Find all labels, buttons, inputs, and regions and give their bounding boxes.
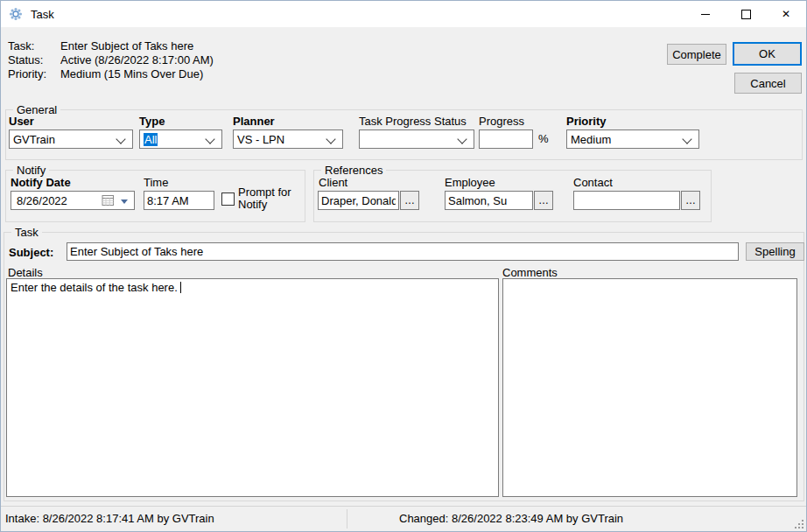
planner-value: VS - LPN <box>237 133 284 146</box>
task-progress-status-label: Task Progress Status <box>359 115 467 128</box>
contact-browse-button[interactable]: … <box>681 191 700 210</box>
client-input[interactable] <box>318 191 399 210</box>
priority-label: Priority <box>566 115 607 128</box>
chevron-down-icon <box>205 134 214 144</box>
meta-task-value: Enter Subject of Taks here <box>60 39 193 53</box>
general-group: General User GVTrain Type All Planner VS… <box>5 109 803 160</box>
progress-percent-suffix: % <box>538 132 549 145</box>
client-field: … <box>318 191 419 210</box>
maximize-button[interactable] <box>726 1 766 27</box>
task-progress-status-dropdown[interactable] <box>359 130 474 149</box>
titlebar[interactable]: Task ✕ <box>1 1 806 27</box>
progress-input[interactable] <box>479 130 533 149</box>
comments-label: Comments <box>502 266 558 279</box>
ok-button[interactable]: OK <box>733 42 802 66</box>
planner-label: Planner <box>233 115 275 128</box>
task-meta: Task: Enter Subject of Taks here Status:… <box>8 39 214 81</box>
status-bar: Intake: 8/26/2022 8:17:41 AM by GVTrain … <box>1 506 806 531</box>
notify-date-picker[interactable]: 8/26/2022 <box>11 191 135 210</box>
window-title: Task <box>31 8 54 21</box>
time-label: Time <box>144 176 168 189</box>
close-button[interactable]: ✕ <box>766 1 806 27</box>
task-dialog-window: Task ✕ Task: Enter Subject of Taks here … <box>0 0 807 532</box>
user-dropdown[interactable]: GVTrain <box>9 130 133 149</box>
task-app-icon <box>9 7 23 21</box>
status-changed: Changed: 8/26/2022 8:23:49 AM by GVTrain <box>399 512 623 525</box>
employee-field: … <box>445 191 553 210</box>
status-divider <box>347 509 347 528</box>
cancel-button[interactable]: Cancel <box>734 73 802 94</box>
priority-value: Medium <box>571 133 611 146</box>
references-legend: References <box>321 164 386 177</box>
details-label: Details <box>8 266 43 279</box>
notify-group: Notify Notify Date 8/26/2022 Time Prompt… <box>5 170 305 222</box>
subject-input[interactable] <box>67 242 739 261</box>
maximize-icon <box>741 10 751 19</box>
notify-legend: Notify <box>13 164 49 177</box>
minimize-icon <box>701 14 710 15</box>
chevron-down-icon <box>116 134 125 144</box>
references-group: References Client … Employee … Contact … <box>313 170 712 222</box>
task-legend: Task <box>11 226 42 239</box>
prompt-for-notify-checkbox[interactable] <box>221 192 235 206</box>
notify-date-label: Notify Date <box>11 176 71 189</box>
meta-priority-value: Medium (15 Mins Over Due) <box>60 67 203 81</box>
meta-row-status: Status: Active (8/26/2022 8:17:00 AM) <box>8 53 214 67</box>
meta-task-label: Task: <box>8 39 60 53</box>
meta-priority-label: Priority: <box>8 67 60 81</box>
employee-browse-button[interactable]: … <box>534 191 553 210</box>
comments-textarea[interactable] <box>502 278 797 497</box>
user-value: GVTrain <box>13 133 55 146</box>
type-label: Type <box>139 115 165 128</box>
calendar-icon[interactable] <box>102 194 115 206</box>
planner-dropdown[interactable]: VS - LPN <box>233 130 343 149</box>
meta-status-label: Status: <box>8 53 60 67</box>
meta-row-priority: Priority: Medium (15 Mins Over Due) <box>8 67 214 81</box>
progress-label: Progress <box>479 115 524 128</box>
details-text: Enter the details of the task here. <box>11 281 178 294</box>
employee-label: Employee <box>445 176 495 189</box>
meta-status-value: Active (8/26/2022 8:17:00 AM) <box>60 53 214 67</box>
type-dropdown[interactable]: All <box>139 130 222 149</box>
client-browse-button[interactable]: … <box>400 191 419 210</box>
contact-label: Contact <box>573 176 613 189</box>
contact-field: … <box>573 191 700 210</box>
status-intake: Intake: 8/26/2022 8:17:41 AM by GVTrain <box>5 512 214 525</box>
complete-button[interactable]: Complete <box>667 44 726 65</box>
dropdown-arrow-icon <box>121 200 128 204</box>
chevron-down-icon <box>326 134 335 144</box>
close-icon: ✕ <box>782 9 790 19</box>
priority-dropdown[interactable]: Medium <box>566 130 699 149</box>
user-label: User <box>9 115 34 128</box>
employee-input[interactable] <box>445 191 533 210</box>
spelling-button[interactable]: Spelling <box>746 242 804 261</box>
contact-input[interactable] <box>573 191 680 210</box>
chevron-down-icon <box>457 134 467 144</box>
chevron-down-icon <box>682 134 691 144</box>
notify-date-value: 8/26/2022 <box>17 194 67 207</box>
text-caret <box>180 282 181 293</box>
task-group: Task Subject: Spelling Details Enter the… <box>4 232 804 501</box>
minimize-button[interactable] <box>685 1 726 27</box>
type-value: All <box>144 133 158 146</box>
resize-grip[interactable] <box>795 520 803 528</box>
window-controls: ✕ <box>685 1 806 27</box>
client-label: Client <box>319 176 347 189</box>
details-textarea[interactable]: Enter the details of the task here. <box>6 278 499 497</box>
subject-label: Subject: <box>9 246 53 259</box>
meta-row-task: Task: Enter Subject of Taks here <box>8 39 214 53</box>
prompt-for-notify-label: Prompt for Notify <box>238 186 296 211</box>
time-input[interactable] <box>144 191 214 210</box>
